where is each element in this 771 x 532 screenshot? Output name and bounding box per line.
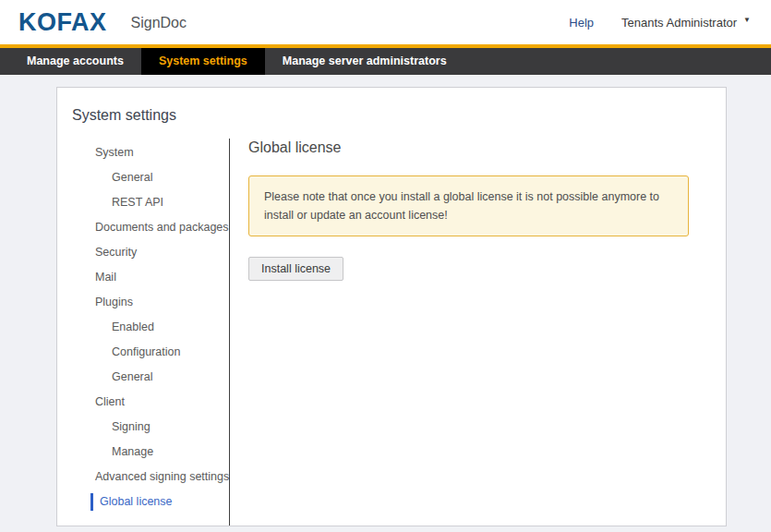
chevron-down-icon: ▼ [743, 16, 751, 24]
sidebar-item-documents-and-packages[interactable]: Documents and packages [57, 215, 229, 240]
kofax-logo: KOFAX [18, 10, 107, 35]
section-heading: Global license [248, 139, 689, 156]
content-panel: Global license Please note that once you… [230, 139, 726, 526]
sidebar-item-plugins-enabled[interactable]: Enabled [57, 315, 229, 340]
sidebar-item-global-license[interactable]: Global license [57, 490, 229, 514]
sidebar-item-client-signing[interactable]: Signing [57, 415, 229, 440]
sidebar-item-rest-api[interactable]: REST API [57, 190, 229, 215]
sidebar-item-mail[interactable]: Mail [57, 265, 229, 290]
page-title: System settings [57, 88, 726, 139]
tab-manage-accounts[interactable]: Manage accounts [9, 48, 141, 75]
warning-text: Please note that once you install a glob… [264, 190, 659, 222]
settings-nav: System General REST API Documents and pa… [57, 139, 230, 526]
product-name: SignDoc [131, 13, 187, 31]
sidebar-item-security[interactable]: Security [57, 240, 229, 265]
sidebar-item-client[interactable]: Client [57, 390, 229, 415]
warning-banner: Please note that once you install a glob… [248, 175, 689, 236]
sidebar-item-plugins-general[interactable]: General [57, 365, 229, 390]
tab-manage-server-administrators[interactable]: Manage server administrators [265, 48, 464, 75]
tab-system-settings[interactable]: System settings [141, 48, 265, 75]
settings-card: System settings System General REST API … [56, 87, 727, 526]
sidebar-item-system[interactable]: System [57, 140, 229, 165]
sidebar-item-plugins[interactable]: Plugins [57, 290, 229, 315]
sidebar-item-advanced-signing-settings[interactable]: Advanced signing settings [57, 465, 229, 490]
main-nav: Manage accounts System settings Manage s… [0, 48, 771, 75]
sidebar-item-system-general[interactable]: General [57, 165, 229, 190]
top-header: KOFAX SignDoc Help Tenants Administrator… [0, 0, 771, 48]
help-link[interactable]: Help [569, 16, 594, 30]
sidebar-item-plugins-configuration[interactable]: Configuration [57, 340, 229, 365]
account-menu[interactable]: Tenants Administrator ▼ [621, 16, 751, 30]
account-name: Tenants Administrator [621, 16, 737, 30]
sidebar-item-client-manage[interactable]: Manage [57, 440, 229, 465]
install-license-button[interactable]: Install license [248, 257, 343, 281]
settings-layout: System General REST API Documents and pa… [57, 139, 726, 526]
